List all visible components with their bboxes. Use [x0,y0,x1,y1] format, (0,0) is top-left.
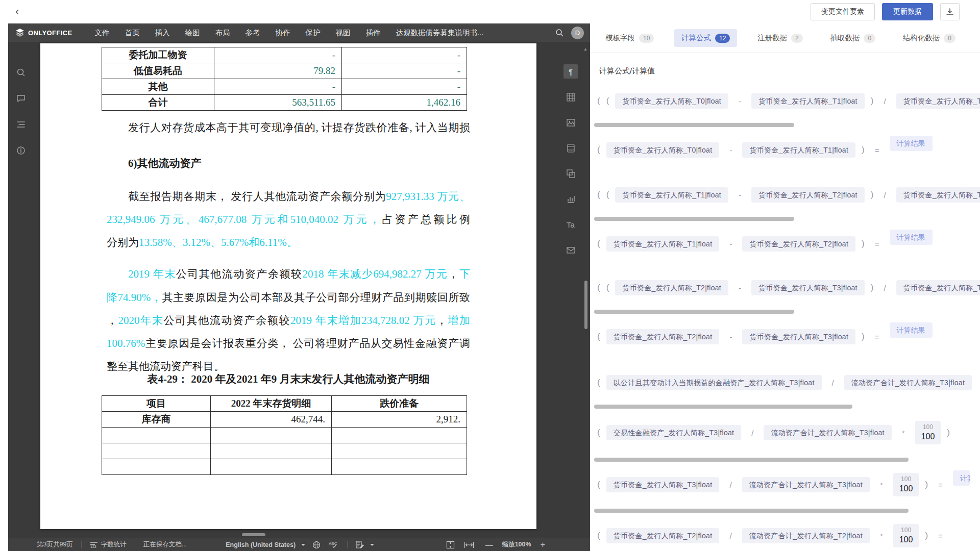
fit-page-button[interactable] [446,541,455,549]
statusbar-divider [81,541,82,548]
download-button[interactable] [940,3,960,20]
mailmerge-settings-icon[interactable] [564,243,578,257]
image-settings-icon[interactable] [564,115,578,130]
menu-item-8[interactable]: 保护 [299,23,328,42]
field-tag[interactable]: 货币资金_发行人简称_T2|float [606,329,720,344]
spellcheck-button[interactable]: ABC [329,541,339,548]
formula-row: (货币资金_发行人简称_T3|float/流动资产合计_发行人简称_T3|flo… [594,473,980,496]
horizontal-scrollbar[interactable] [594,458,909,462]
menu-item-7[interactable]: 协作 [268,23,298,42]
word-count-button[interactable]: 123 字数统计 [90,540,127,549]
textart-settings-icon[interactable]: Ta [564,217,578,232]
field-tag[interactable]: 货币资金_发行人简称_T2|float [606,528,720,543]
language-selector[interactable]: English (United States) [226,541,305,548]
field-tag[interactable]: 货币资金_发行人简称_T0|float [615,93,728,109]
track-changes-button[interactable] [356,541,374,549]
text-line: 100.76%主要原因是会计报表重分类， 公司将理财产品从交易性金融资产调 [107,337,470,350]
tab-结构化数据[interactable]: 结构化数据0 [896,29,963,47]
back-icon[interactable]: ‹ [15,6,19,17]
text-line: 2019 年末公司其他流动资产余额较2018 年末减少694,982.27 万元… [107,267,470,281]
table-settings-icon[interactable] [564,90,578,104]
tab-count-badge: 0 [944,34,955,43]
headerfooter-settings-icon[interactable] [564,141,578,155]
horizontal-scrollbar[interactable] [594,405,852,409]
find-icon[interactable] [14,65,28,80]
fraction-denominator: 100 [899,483,913,494]
result-tag[interactable]: 计算结果 [890,230,933,245]
update-data-button[interactable]: 更新数据 [882,3,933,20]
comments-icon[interactable] [14,91,28,106]
zoom-controls: — 缩放100% + [446,540,545,549]
document-page[interactable]: 委托加工物资--低值易耗品79.82-其他--合计563,511.651,462… [40,43,536,529]
field-tag[interactable]: 货币资金_发行人简称_T2|float [751,187,865,203]
avatar[interactable]: D [571,27,584,39]
vertical-scrollbar-thumb[interactable] [584,281,587,329]
menu-item-1[interactable]: 文件 [88,23,117,42]
field-tag[interactable]: 货币资金_发行人简称_T3|float [606,477,720,492]
main-area: ONLYOFFICE 文件首页插入绘图布局参考协作保护视图插件达观数据债券募集说… [0,23,980,551]
navigation-icon[interactable] [14,117,28,132]
menu-item-11[interactable]: 达观数据债券募集说明书... [389,23,491,42]
field-tag[interactable]: 流动资产合计_发行人简称_T3|float [844,375,972,390]
fraction-tag[interactable]: 100100 [893,524,919,547]
field-tag[interactable]: 货币资金_发行人简称_T2|float [615,280,728,295]
operator: * [880,532,883,540]
field-tag[interactable]: 货币资金_发行人简称_T3|float [896,280,980,295]
tab-计算公式[interactable]: 计算公式12 [674,29,737,47]
paragraph-settings-icon[interactable]: ¶ [564,64,578,79]
fraction-tag[interactable]: 100100 [915,421,941,444]
zoom-level[interactable]: 缩放100% [502,540,531,549]
globe-icon [312,541,321,549]
page-indicator[interactable]: 第3页共99页 [37,540,73,549]
change-file-elements-button[interactable]: 变更文件要素 [811,3,875,20]
menu-item-9[interactable]: 视图 [329,23,358,42]
tab-count-badge: 2 [791,34,803,43]
document-language-button[interactable] [312,541,321,549]
shape-settings-icon[interactable] [564,166,578,181]
zoom-in-button[interactable]: + [541,540,545,549]
field-tag[interactable]: 交易性金融资产_发行人简称_T3|float [606,425,742,440]
about-icon[interactable] [14,143,28,158]
menu-item-2[interactable]: 首页 [118,23,147,42]
horizontal-scrollbar[interactable] [594,310,794,314]
document-canvas: 委托加工物资--低值易耗品79.82-其他--合计563,511.651,462… [34,42,559,538]
field-tag[interactable]: 货币资金_发行人简称_T3|float [742,329,855,344]
result-tag[interactable]: 计算结果 [890,136,933,151]
fraction-denominator: 100 [899,534,913,545]
fit-width-button[interactable] [464,541,474,548]
result-tag[interactable]: 计算结果 [890,322,933,338]
field-tag[interactable]: 货币资金_发行人简称_T1|float [606,236,720,252]
field-tag[interactable]: 货币资金_发行人简称_T1|float [896,93,980,109]
result-tag-clipped[interactable]: 计算结果 [953,470,970,486]
menu-item-4[interactable]: 绘图 [178,23,207,42]
field-tag[interactable]: 以公计且其变动计入当期损益的金融资产_发行人简称_T3|float [606,375,822,390]
field-tag[interactable]: 货币资金_发行人简称_T2|float [742,236,855,252]
scroll-up-icon[interactable]: ▲ [583,47,587,52]
field-tag[interactable]: 货币资金_发行人简称_T3|float [751,280,865,295]
field-tag[interactable]: 货币资金_发行人简称_T1|float [615,187,728,203]
menu-item-6[interactable]: 参考 [238,23,267,42]
menu-item-3[interactable]: 插入 [148,23,177,42]
field-tag[interactable]: 货币资金_发行人简称_T1|float [751,93,865,109]
horizontal-scrollbar[interactable] [594,123,794,127]
field-tag[interactable]: 货币资金_发行人简称_T2|float [896,187,980,203]
tab-抽取数据[interactable]: 抽取数据0 [823,29,883,47]
menu-item-10[interactable]: 插件 [359,23,388,42]
horizontal-scrollbar[interactable] [594,217,794,221]
tab-模板字段[interactable]: 模板字段10 [598,29,661,47]
field-tag[interactable]: 流动资产合计_发行人简称_T3|float [742,477,870,492]
field-tag[interactable]: 流动资产合计_发行人简称_T3|float [764,425,891,440]
vertical-scrollbar[interactable]: ▲ [582,42,590,538]
tab-注册数据[interactable]: 注册数据2 [750,29,810,47]
zoom-out-button[interactable]: — [485,540,493,549]
field-tag[interactable]: 货币资金_发行人简称_T0|float [606,142,720,158]
chart-settings-icon[interactable] [564,192,578,206]
horizontal-scrollbar-thumb[interactable] [242,533,265,536]
menu-item-5[interactable]: 布局 [208,23,237,42]
search-icon[interactable] [555,29,564,37]
tab-label: 注册数据 [757,33,787,43]
fraction-tag[interactable]: 100100 [893,473,919,496]
field-tag[interactable]: 流动资产合计_发行人简称_T2|float [742,528,870,543]
horizontal-scrollbar[interactable] [594,509,909,513]
field-tag[interactable]: 货币资金_发行人简称_T1|float [742,142,855,158]
